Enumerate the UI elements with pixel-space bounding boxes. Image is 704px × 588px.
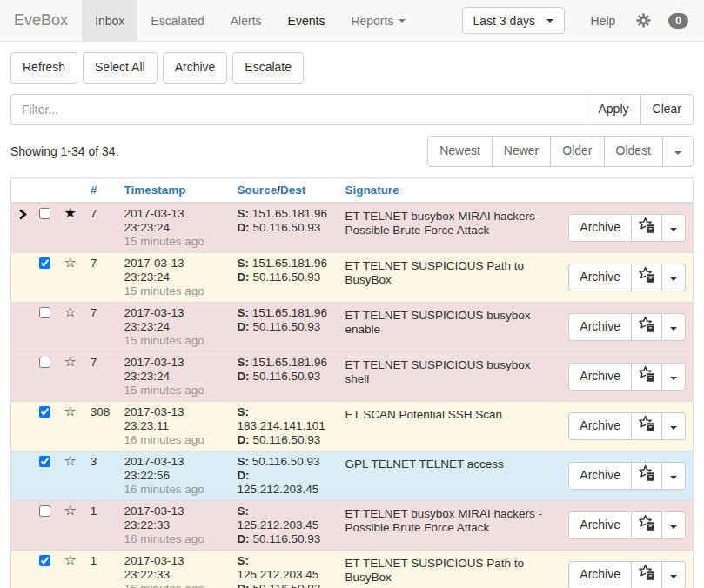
row-actions-dropdown[interactable] [661,462,686,490]
nav-item-label: Escalated [151,14,204,28]
sort-newest-button[interactable]: Newest [427,136,493,167]
star-icon[interactable]: ☆ [64,404,77,418]
nav-item-reports[interactable]: Reports [338,0,419,41]
nav-item-alerts[interactable]: Alerts [218,0,275,41]
row-actions-dropdown[interactable] [661,511,686,539]
sort-oldest-button[interactable]: Oldest [604,136,663,167]
escalate-archive-icon [638,415,655,432]
row-select-checkbox[interactable] [39,208,50,219]
chevron-down-icon [670,228,677,231]
event-row[interactable]: ☆ 1 2017-03-13 23:22:33 16 minutes ago S… [11,500,694,550]
row-actions-dropdown[interactable] [661,214,686,242]
filter-clear-button[interactable]: Clear [640,94,694,125]
archive-row-button[interactable]: Archive [568,363,632,391]
sort-older-button[interactable]: Older [550,136,604,167]
archive-row-button[interactable]: Archive [568,462,632,490]
escalate-archive-button[interactable] [631,313,662,341]
chevron-down-icon [670,476,677,479]
event-count: 308 [84,401,117,451]
event-count: 7 [84,203,117,253]
row-actions-dropdown[interactable] [661,412,686,440]
listing-bar: Showing 1-34 of 34. NewestNewerOlderOlde… [10,136,694,167]
settings-button[interactable] [636,13,651,28]
dest-ip: 50.116.50.93 [252,271,320,284]
event-row[interactable]: ☆ 1 2017-03-13 23:22:33 16 minutes ago S… [11,550,694,588]
escalate-archive-button[interactable] [631,363,662,391]
row-actions-dropdown[interactable] [661,264,686,291]
time-range-select[interactable]: Last 3 days [462,7,565,34]
header-timestamp[interactable]: Timestamp [117,177,230,203]
star-icon[interactable]: ☆ [64,453,77,468]
header-spacer [561,177,693,203]
event-row[interactable]: ☆ 7 2017-03-13 23:23:24 15 minutes ago S… [11,351,694,401]
row-select-checkbox[interactable] [39,307,50,318]
archive-row-button[interactable]: Archive [568,264,632,291]
row-select-checkbox[interactable] [39,406,50,418]
help-link[interactable]: Help [591,14,616,28]
header-source-dest[interactable]: Source/Dest [230,177,338,203]
event-row[interactable]: ★ 7 2017-03-13 23:23:24 15 minutes ago S… [11,203,694,253]
archive-row-button[interactable]: Archive [568,313,632,341]
event-row[interactable]: ☆ 3 2017-03-13 23:22:56 16 minutes ago S… [11,451,694,500]
event-count: 7 [84,351,117,401]
archive-row-button[interactable]: Archive [568,511,632,539]
source-ip: 151.65.181.96 [252,306,327,319]
star-icon[interactable]: ☆ [64,255,77,270]
sort-newer-button[interactable]: Newer [492,136,551,167]
row-action-group: Archive [568,561,686,588]
sort-more-dropdown[interactable] [662,136,694,167]
nav-item-events[interactable]: Events [275,0,339,41]
header-signature[interactable]: Signature [338,177,561,203]
dest-prefix: D: [237,433,249,446]
star-icon[interactable]: ☆ [64,304,77,319]
row-action-group: Archive [568,511,686,539]
row-select-checkbox[interactable] [39,505,50,517]
archive-row-button[interactable]: Archive [568,412,632,440]
escalate-archive-button[interactable] [631,214,662,242]
star-icon[interactable]: ☆ [64,503,77,518]
select-all-button[interactable]: Select All [83,52,158,84]
event-timestamp: 2017-03-13 23:22:56 [124,455,223,483]
filter-apply-button[interactable]: Apply [587,94,641,125]
star-icon[interactable]: ★ [64,205,77,220]
star-icon[interactable]: ☆ [64,354,77,369]
row-actions-dropdown[interactable] [661,363,686,391]
row-select-checkbox[interactable] [39,456,50,467]
row-select-checkbox[interactable] [39,357,50,368]
escalate-archive-button[interactable] [631,264,662,291]
event-signature: ET TELNET SUSPICIOUS Path to BusyBox [338,252,561,302]
source-ip: 151.65.181.96 [252,257,327,270]
event-timestamp: 2017-03-13 23:23:11 [124,405,223,433]
row-select-checkbox[interactable] [39,257,50,269]
event-table-body: ★ 7 2017-03-13 23:23:24 15 minutes ago S… [11,203,694,588]
header-count[interactable]: # [84,177,117,203]
chevron-down-icon [546,19,553,23]
nav-item-inbox[interactable]: Inbox [82,0,137,41]
escalate-button[interactable]: Escalate [232,52,304,84]
dest-ip: 50.116.50.93 [252,221,320,234]
app-brand[interactable]: EveBox [0,0,82,41]
dest-prefix: D: [237,469,249,482]
dest-ip: 50.116.50.93 [252,370,320,383]
source-ip: 151.65.181.96 [252,356,327,369]
star-icon[interactable]: ☆ [64,552,77,567]
escalate-archive-button[interactable] [631,462,662,490]
archive-row-button[interactable]: Archive [568,561,632,588]
event-row[interactable]: ☆ 308 2017-03-13 23:23:11 16 minutes ago… [11,401,694,451]
row-actions-dropdown[interactable] [661,313,686,341]
archive-row-button[interactable]: Archive [568,214,632,242]
escalate-archive-button[interactable] [631,412,662,440]
escalate-archive-button[interactable] [631,511,662,539]
row-actions-dropdown[interactable] [661,561,686,588]
archive-button[interactable]: Archive [163,52,228,84]
event-row[interactable]: ☆ 7 2017-03-13 23:23:24 15 minutes ago S… [11,252,694,302]
event-count: 7 [84,302,117,351]
refresh-button[interactable]: Refresh [10,52,77,84]
nav-item-escalated[interactable]: Escalated [137,0,217,41]
event-row[interactable]: ☆ 7 2017-03-13 23:23:24 15 minutes ago S… [11,302,694,351]
escalate-archive-button[interactable] [631,561,662,588]
row-action-group: Archive [568,412,686,440]
filter-input[interactable] [10,94,587,125]
row-select-checkbox[interactable] [39,555,50,566]
event-count: 7 [84,252,117,302]
